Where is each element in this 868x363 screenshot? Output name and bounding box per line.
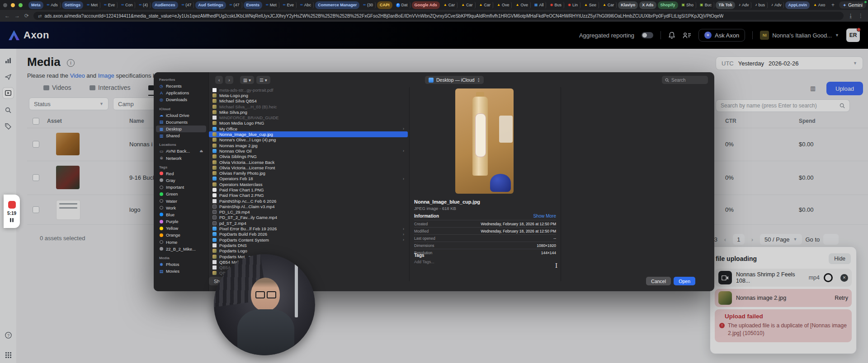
gemini-button[interactable]: ✦ Gemini xyxy=(839,1,866,9)
browser-tab[interactable]: Tik Tok xyxy=(716,1,735,9)
dialog-search-field[interactable]: Search xyxy=(662,76,708,84)
browser-tab[interactable]: Shopify xyxy=(658,1,678,9)
traffic-light-zoom[interactable] xyxy=(19,3,23,7)
file-row[interactable]: Olivia Victoria...License Front xyxy=(209,165,408,170)
file-row[interactable]: Nonnas image 2.jpg xyxy=(209,143,408,148)
file-row[interactable]: PD_LC_29.mp4 xyxy=(209,209,408,215)
dialog-sidebar-item-documents[interactable]: ▤Documents xyxy=(156,119,206,126)
browser-tab[interactable]: ∞Eve xyxy=(102,2,118,9)
dialog-sidebar-item-water[interactable]: Water xyxy=(156,197,206,204)
dialog-sidebar-item-red[interactable]: Red xyxy=(156,170,206,177)
menu-icon[interactable]: ⋮ xyxy=(858,13,863,19)
cancel-button[interactable]: Cancel xyxy=(646,277,671,285)
open-button[interactable]: Open xyxy=(674,277,695,285)
browser-tab[interactable]: Google Ads xyxy=(412,1,440,9)
file-row[interactable]: Popdarts Met...ounts 1 & 2.jpg xyxy=(209,254,408,259)
browser-tab[interactable]: ◉Lin xyxy=(566,2,580,9)
reload-icon[interactable]: ⟳ xyxy=(24,13,29,19)
dialog-sidebar-item-applications[interactable]: AApplications xyxy=(156,89,206,96)
file-row[interactable]: PopDarts Build Feb 2026› xyxy=(209,232,408,237)
file-row[interactable]: Mike Silva.png xyxy=(209,109,408,115)
browser-tab[interactable]: ▣Buc xyxy=(698,2,714,9)
new-tab-button[interactable]: + xyxy=(828,2,838,8)
browser-tab[interactable]: ♪Adv xyxy=(736,2,752,9)
browser-tab[interactable]: Audiences xyxy=(152,1,178,9)
download-icon[interactable]: ⭳ xyxy=(848,13,854,19)
file-row[interactable]: Olivia Victoria...License Back xyxy=(209,159,408,165)
browser-tab[interactable]: Settings xyxy=(62,1,84,9)
browser-tab[interactable]: Commerce Manager xyxy=(315,1,359,9)
browser-tab[interactable]: ▣Sho xyxy=(679,2,697,9)
file-row[interactable]: Nonna's Olive...l Logo (4).png xyxy=(209,137,408,143)
browser-tab[interactable]: Meta xyxy=(28,1,43,9)
add-tags-field[interactable]: Add Tags... xyxy=(414,260,434,264)
show-more-link[interactable]: Show More xyxy=(533,214,556,219)
back-icon[interactable]: ← xyxy=(5,13,10,19)
browser-tab[interactable]: ▲Car xyxy=(459,2,475,9)
dialog-sidebar-item-gray[interactable]: Gray xyxy=(156,177,206,184)
location-dropdown[interactable]: Desktop — iCloud ▲▼ xyxy=(425,76,484,84)
dialog-sidebar-item-purple[interactable]: Purple xyxy=(156,218,206,225)
dialog-sidebar-item-movies[interactable]: ▤Movies xyxy=(156,268,206,275)
browser-tab[interactable]: ∞(47 xyxy=(227,2,242,9)
browser-tab[interactable]: ∞(30 xyxy=(361,2,376,9)
browser-tab[interactable]: ▲Ove xyxy=(513,2,530,9)
file-row[interactable]: Paid Flow Chart 1.PNG xyxy=(209,187,408,192)
file-row[interactable]: Michael Silva QB54 xyxy=(209,98,408,104)
file-row[interactable]: pd_ST_2.mp4 xyxy=(209,220,408,226)
browser-tab[interactable]: fDat xyxy=(394,2,410,9)
column-view-icon[interactable]: ▥ ▾ xyxy=(240,76,254,84)
traffic-light-close[interactable] xyxy=(3,3,7,7)
dialog-sidebar-item-photos[interactable]: ✽Photos xyxy=(156,261,206,268)
address-bar[interactable]: ⇄ ads.axon.ai/media?accountId=1224194411… xyxy=(33,12,844,20)
file-row-selected[interactable]: Nonna_Image_blue_cup.jpg xyxy=(209,131,408,137)
browser-tab[interactable]: ∞Eve xyxy=(281,2,297,9)
browser-tab[interactable]: ∞Con xyxy=(119,2,135,9)
browser-tab[interactable]: CAPI xyxy=(377,1,392,9)
file-row[interactable]: meta-ads-str...gy-portrait.pdf xyxy=(209,87,408,93)
browser-tab[interactable]: ▲Axo xyxy=(811,2,827,9)
browser-tab[interactable]: ▦All xyxy=(532,2,547,9)
file-row[interactable]: Olivia Siblings PNG xyxy=(209,154,408,159)
browser-tab[interactable]: AppLovin xyxy=(785,1,810,9)
file-row[interactable]: PaintNShip Ac...C Feb 6 2026 xyxy=(209,198,408,204)
browser-tab[interactable]: ◉Bus xyxy=(547,2,564,9)
browser-tab[interactable]: ▲Car xyxy=(477,2,493,9)
pause-recording-button[interactable] xyxy=(10,218,14,222)
file-row[interactable]: Operators Masterclass xyxy=(209,182,408,187)
file-row[interactable]: Pixel Error Bu...lf Feb 19 2026› xyxy=(209,226,408,231)
stop-recording-button[interactable] xyxy=(8,201,16,209)
browser-tab[interactable]: ▲Ove xyxy=(495,2,512,9)
dialog-sidebar-item-avni-back-[interactable]: ▭AVNI Back...⏏ xyxy=(156,148,206,154)
forward-icon[interactable]: → xyxy=(14,13,20,19)
dialog-sidebar-item-important[interactable]: Important xyxy=(156,184,206,191)
dialog-sidebar-item-22-b-2-mike-[interactable]: 22_B_2_Mike... xyxy=(156,246,206,252)
browser-tab[interactable]: ♪Adv xyxy=(769,2,784,9)
browser-tab[interactable]: ∞Met xyxy=(264,2,279,9)
traffic-light-minimize[interactable] xyxy=(11,3,15,7)
browser-tab[interactable]: Aud Settings xyxy=(195,1,226,9)
browser-tab[interactable]: X Ads xyxy=(639,1,656,9)
dialog-sidebar-item-home[interactable]: Home xyxy=(156,239,206,246)
file-row[interactable]: Operators Feb 18› xyxy=(209,176,408,182)
dialog-sidebar-item-icloud-drive[interactable]: ☁iCloud Drive xyxy=(156,112,206,119)
browser-tab[interactable]: ▲See xyxy=(582,2,599,9)
file-row[interactable]: PaintnShip Al...Claim v3.mp4 xyxy=(209,204,408,209)
file-row[interactable]: Popdarts DNS xyxy=(209,242,408,248)
browser-tab[interactable]: ∞Ads xyxy=(45,2,61,9)
dialog-sidebar-item-network[interactable]: ⊕Network xyxy=(156,155,206,162)
file-row[interactable]: My Office› xyxy=(209,126,408,131)
dialog-sidebar-item-green[interactable]: Green xyxy=(156,191,206,197)
file-row[interactable]: Michael Silva_...H_03 (B).heic xyxy=(209,104,408,109)
file-row[interactable]: Olivias Family Photo.jpg xyxy=(209,170,408,176)
browser-tab[interactable]: ▲Car xyxy=(441,2,458,9)
webcam-overlay[interactable] xyxy=(214,254,315,355)
file-row[interactable]: Paid Flow Chart 2.PNG xyxy=(209,193,408,198)
dialog-sidebar-item-shared[interactable]: ▥Shared xyxy=(156,132,206,139)
browser-tab[interactable]: Klaviyo xyxy=(618,1,638,9)
browser-tab[interactable]: ∞Abc xyxy=(298,2,314,9)
dialog-sidebar-item-yellow[interactable]: Yellow xyxy=(156,225,206,232)
file-row[interactable]: Popdarts Logo xyxy=(209,248,408,254)
forward-icon[interactable]: › xyxy=(225,76,233,84)
dialog-sidebar-item-desktop[interactable]: ▦Desktop xyxy=(156,126,206,132)
